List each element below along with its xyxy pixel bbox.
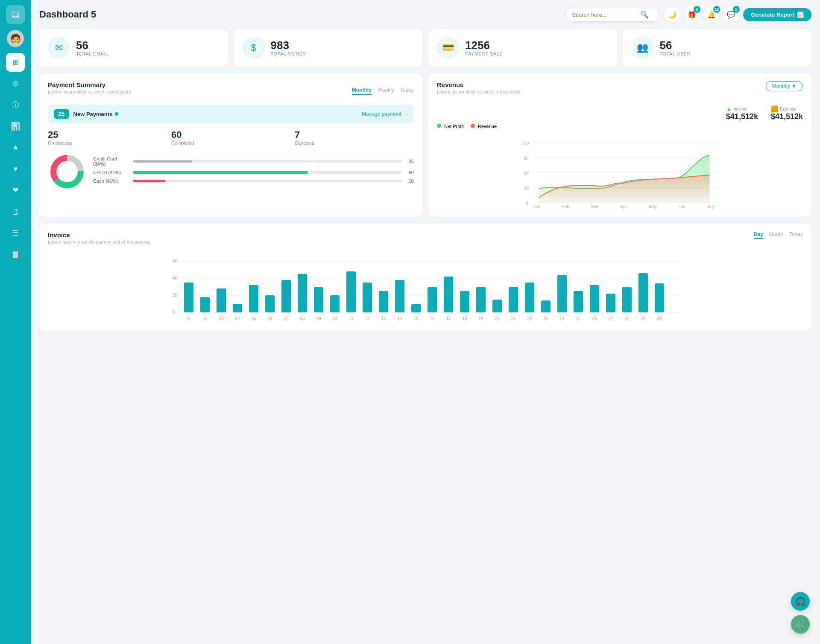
svg-text:0: 0 xyxy=(526,201,529,206)
bar-track-upi xyxy=(133,171,402,174)
header-icons: 🌙 🎁 2 🔔 12 💬 5 Generate Report 📈 xyxy=(665,7,811,22)
revenue-monthly-btn[interactable]: Monthly ▼ xyxy=(766,81,803,91)
svg-text:14: 14 xyxy=(397,316,402,321)
svg-text:27: 27 xyxy=(608,316,613,321)
stat-value-email: 56 xyxy=(76,39,108,52)
sidebar-item-info[interactable]: ⓘ xyxy=(6,96,25,114)
stat-label-email: TOTAL EMAIL xyxy=(76,51,108,56)
tab-monthly[interactable]: Monthly xyxy=(352,87,372,95)
svg-text:10: 10 xyxy=(332,316,337,321)
notifications-btn[interactable]: 🔔 12 xyxy=(704,7,719,22)
invoice-tab-day[interactable]: Day xyxy=(754,231,763,239)
bar-credit-card: Credit Card (24%) 25 xyxy=(93,156,414,166)
svg-text:120: 120 xyxy=(522,141,529,146)
revenue-sub: Lorem ipsum dolor sit amet, consectetur xyxy=(437,89,521,94)
completed-value: 60 xyxy=(171,129,290,140)
sidebar-logo: 🗂 xyxy=(6,5,25,24)
search-input[interactable] xyxy=(572,12,640,18)
svg-rect-45 xyxy=(444,277,453,312)
svg-text:18: 18 xyxy=(462,316,467,321)
payment-summary-card: Payment Summary Lorem ipsum dolor sit am… xyxy=(39,73,422,217)
svg-rect-40 xyxy=(363,283,372,312)
bar-cash: Cash (41%) 10 xyxy=(93,178,414,184)
revenue-legend: Net Profit Revenue xyxy=(437,124,803,129)
sidebar-item-dashboard[interactable]: ⊞ xyxy=(6,53,25,72)
sidebar-item-heart[interactable]: ♥ xyxy=(6,160,25,178)
payment-bottom: Credit Card (24%) 25 UPI ID (41%) 60 xyxy=(48,152,414,191)
sidebar-item-docs[interactable]: 📋 xyxy=(6,245,25,264)
revenue-chart: 0 30 60 90 120 xyxy=(437,132,803,209)
svg-rect-43 xyxy=(411,304,421,312)
invoice-tab-today[interactable]: Today xyxy=(789,231,803,239)
svg-text:20: 20 xyxy=(173,292,178,297)
svg-text:13: 13 xyxy=(381,316,386,321)
stat-value-money: 983 xyxy=(271,39,306,52)
svg-text:25: 25 xyxy=(576,316,581,321)
payment-summary-title: Payment Summary xyxy=(48,81,132,88)
svg-rect-58 xyxy=(655,283,664,312)
sidebar-item-analytics[interactable]: 📊 xyxy=(6,117,25,136)
svg-rect-36 xyxy=(298,274,307,312)
svg-text:01: 01 xyxy=(186,316,191,321)
support-fab[interactable]: 🎧 xyxy=(791,592,810,611)
svg-text:21: 21 xyxy=(511,316,516,321)
header: Dashboard 5 🔍 🌙 🎁 2 🔔 12 💬 5 Generate Re… xyxy=(39,7,811,22)
payment-summary-header: Payment Summary Lorem ipsum dolor sit am… xyxy=(48,81,414,100)
svg-text:05: 05 xyxy=(251,316,256,321)
messages-btn[interactable]: 💬 5 xyxy=(723,7,739,22)
income-item: ▲ Income $41,512k xyxy=(726,105,758,121)
revenue-title: Revenue xyxy=(437,81,521,88)
bar-label-cc: Credit Card (24%) xyxy=(93,156,129,166)
svg-text:15: 15 xyxy=(413,316,419,321)
stat-card-email: ✉ 56 TOTAL EMAIL xyxy=(39,29,228,67)
sidebar-item-print[interactable]: 🖨 xyxy=(6,202,25,221)
tab-weekly[interactable]: Weekly xyxy=(378,87,394,95)
bar-val-cash: 10 xyxy=(405,178,414,184)
money-icon: $ xyxy=(243,37,265,59)
generate-report-label: Generate Report xyxy=(751,12,794,18)
svg-rect-57 xyxy=(638,273,648,312)
main-content: Dashboard 5 🔍 🌙 🎁 2 🔔 12 💬 5 Generate Re… xyxy=(31,0,820,644)
bar-track-cc xyxy=(133,160,402,163)
theme-toggle-btn[interactable]: 🌙 xyxy=(665,7,680,22)
chart-icon: 📈 xyxy=(797,12,804,18)
gift-icon-btn[interactable]: 🎁 2 xyxy=(684,7,700,22)
stat-label-payment: PAYMENT SALE xyxy=(465,51,503,56)
svg-rect-29 xyxy=(184,283,193,312)
fab-container: 🎧 🛒 xyxy=(791,592,810,634)
svg-text:28: 28 xyxy=(624,316,630,321)
bar-upi: UPI ID (41%) 60 xyxy=(93,170,414,175)
bar-track-cash xyxy=(133,180,402,182)
manage-payment-link[interactable]: Manage payment → xyxy=(362,111,408,117)
svg-rect-39 xyxy=(346,271,356,312)
svg-text:20: 20 xyxy=(495,316,500,321)
svg-rect-35 xyxy=(281,280,291,312)
svg-rect-31 xyxy=(217,288,226,312)
cart-fab[interactable]: 🛒 xyxy=(791,615,810,634)
middle-row: Payment Summary Lorem ipsum dolor sit am… xyxy=(39,73,811,217)
stat-label-user: TOTAL USER xyxy=(660,51,691,56)
invoice-tab-month[interactable]: Month xyxy=(769,231,783,239)
tab-today[interactable]: Today xyxy=(400,87,414,95)
generate-report-button[interactable]: Generate Report 📈 xyxy=(743,8,811,21)
svg-text:29: 29 xyxy=(641,316,646,321)
svg-rect-51 xyxy=(541,300,551,312)
search-bar[interactable]: 🔍 xyxy=(565,8,659,22)
sidebar-item-settings[interactable]: ⚙ xyxy=(6,74,25,93)
svg-text:30: 30 xyxy=(524,186,529,191)
invoice-tab-row: Day Month Today xyxy=(754,231,803,239)
sidebar-item-star[interactable]: ★ xyxy=(6,138,25,157)
sidebar-item-heart2[interactable]: ❤ xyxy=(6,181,25,200)
sidebar-item-list[interactable]: ☰ xyxy=(6,224,25,242)
payment-tab-row: Monthly Weekly Today xyxy=(352,87,414,95)
invoice-card: Invoice Lorem Ipsum is simply dummy text… xyxy=(39,224,811,331)
canceled-item: 7 Canceled xyxy=(295,129,414,146)
on-process-label: On process xyxy=(48,140,167,146)
payment-stats-row: 25 On process 60 Completed 7 Canceled xyxy=(48,129,414,146)
completed-item: 60 Completed xyxy=(171,129,290,146)
user-icon: 👥 xyxy=(632,37,654,59)
stats-row: ✉ 56 TOTAL EMAIL $ 983 TOTAL MONEY 💳 125… xyxy=(39,29,811,67)
on-process-value: 25 xyxy=(48,129,167,140)
svg-text:30: 30 xyxy=(657,316,662,321)
bar-fill-upi xyxy=(133,171,308,174)
